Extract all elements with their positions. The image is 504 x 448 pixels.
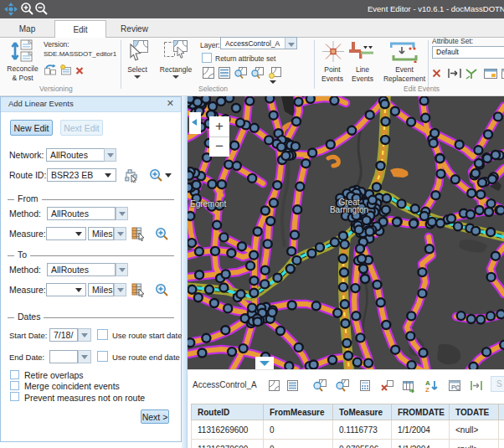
svg-text:P: P — [451, 384, 455, 391]
svg-text:Z: Z — [425, 386, 429, 393]
